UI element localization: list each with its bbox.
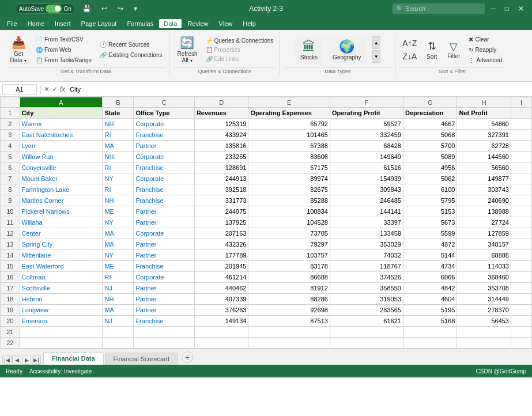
cell-21-3[interactable] — [194, 327, 248, 338]
menu-data[interactable]: Data — [159, 19, 182, 28]
cell-10-0[interactable]: Pickerel Narrows — [20, 206, 103, 217]
cell-22-4[interactable] — [248, 338, 330, 349]
cell-11-8[interactable] — [511, 217, 531, 228]
cell-19-0[interactable]: Longview — [20, 305, 103, 316]
cell-7-1[interactable]: NY — [103, 173, 134, 184]
col-header-d[interactable]: D — [194, 97, 248, 108]
minimize-button[interactable]: ─ — [487, 5, 499, 13]
col-header-a[interactable]: A — [20, 97, 103, 108]
cell-13-0[interactable]: Spring City — [20, 239, 103, 250]
col-header-i[interactable]: I — [511, 97, 531, 108]
cell-17-1[interactable]: NJ — [103, 283, 134, 294]
cell-3-1[interactable]: RI — [103, 130, 134, 141]
cell-6-2[interactable]: Franchise — [134, 162, 195, 173]
cell-9-2[interactable]: Franchise — [134, 195, 195, 206]
cell-9-3[interactable]: 331773 — [194, 195, 248, 206]
cell-3-6[interactable]: 5068 — [403, 130, 457, 141]
cell-21-7[interactable] — [457, 327, 511, 338]
row-header-4[interactable]: 4 — [1, 141, 20, 152]
cell-10-3[interactable]: 244975 — [194, 206, 248, 217]
cell-1-7[interactable]: Net Profit — [457, 108, 511, 119]
cell-9-0[interactable]: Martins Corner — [20, 195, 103, 206]
cell-6-0[interactable]: Conyersville — [20, 162, 103, 173]
cell-6-3[interactable]: 128691 — [194, 162, 248, 173]
cell-6-5[interactable]: 61516 — [330, 162, 403, 173]
cell-15-5[interactable]: 118767 — [330, 261, 403, 272]
cell-9-8[interactable] — [511, 195, 531, 206]
clear-button[interactable]: ✖ Clear — [465, 35, 505, 44]
cell-11-5[interactable]: 33397 — [330, 217, 403, 228]
cell-9-4[interactable]: 85288 — [248, 195, 330, 206]
cell-13-1[interactable]: MA — [103, 239, 134, 250]
cell-4-2[interactable]: Partner — [134, 141, 195, 152]
cell-19-5[interactable]: 283565 — [330, 305, 403, 316]
dt-scroll-down[interactable]: ▼ — [372, 50, 380, 63]
cell-15-1[interactable]: ME — [103, 261, 134, 272]
cell-13-5[interactable]: 353029 — [330, 239, 403, 250]
cell-11-7[interactable]: 27724 — [457, 217, 511, 228]
cell-1-6[interactable]: Depreciation — [403, 108, 457, 119]
row-header-15[interactable]: 15 — [1, 261, 20, 272]
cell-11-4[interactable]: 104528 — [248, 217, 330, 228]
cell-8-1[interactable]: RI — [103, 184, 134, 195]
cell-1-5[interactable]: Operating Profit — [330, 108, 403, 119]
row-header-3[interactable]: 3 — [1, 130, 20, 141]
cell-13-7[interactable]: 348157 — [457, 239, 511, 250]
tab-prev-button[interactable]: ◀ — [12, 356, 21, 365]
cell-8-7[interactable]: 303743 — [457, 184, 511, 195]
cell-8-2[interactable]: Franchise — [134, 184, 195, 195]
row-header-1[interactable]: 1 — [1, 108, 20, 119]
cell-4-5[interactable]: 68428 — [330, 141, 403, 152]
cell-16-6[interactable]: 6066 — [403, 272, 457, 283]
row-header-8[interactable]: 8 — [1, 184, 20, 195]
cell-4-1[interactable]: MA — [103, 141, 134, 152]
cell-13-6[interactable]: 4872 — [403, 239, 457, 250]
cell-17-8[interactable] — [511, 283, 531, 294]
col-header-b[interactable]: B — [103, 97, 134, 108]
cell-7-8[interactable] — [511, 173, 531, 184]
cell-19-1[interactable]: MA — [103, 305, 134, 316]
cell-21-1[interactable] — [103, 327, 134, 338]
cell-17-3[interactable]: 440462 — [194, 283, 248, 294]
cell-22-5[interactable] — [330, 338, 403, 349]
cell-9-1[interactable]: NH — [103, 195, 134, 206]
undo-button[interactable]: ↩ — [98, 5, 111, 13]
search-input[interactable] — [393, 3, 485, 14]
cell-17-7[interactable]: 353708 — [457, 283, 511, 294]
row-header-7[interactable]: 7 — [1, 173, 20, 184]
geography-button[interactable]: 🌍 Geography — [327, 37, 366, 63]
cell-2-4[interactable]: 65792 — [248, 119, 330, 130]
cell-5-2[interactable]: Corporate — [134, 152, 195, 162]
tab-last-button[interactable]: ▶| — [32, 356, 41, 365]
cell-6-4[interactable]: 67175 — [248, 162, 330, 173]
cell-18-0[interactable]: Hebron — [20, 294, 103, 305]
reapply-button[interactable]: ↻ Reapply — [465, 45, 505, 55]
cell-17-0[interactable]: Scottsville — [20, 283, 103, 294]
col-header-h[interactable]: H — [457, 97, 511, 108]
cell-5-7[interactable]: 144560 — [457, 152, 511, 162]
cell-15-4[interactable]: 83178 — [248, 261, 330, 272]
cell-8-5[interactable]: 309843 — [330, 184, 403, 195]
cell-5-6[interactable]: 5089 — [403, 152, 457, 162]
cell-2-1[interactable]: NH — [103, 119, 134, 130]
cell-13-2[interactable]: Partner — [134, 239, 195, 250]
cell-2-3[interactable]: 125319 — [194, 119, 248, 130]
cell-15-6[interactable]: 4734 — [403, 261, 457, 272]
cell-15-8[interactable] — [511, 261, 531, 272]
col-header-c[interactable]: C — [134, 97, 195, 108]
cell-14-1[interactable]: NY — [103, 250, 134, 261]
cell-22-8[interactable] — [511, 338, 531, 349]
col-header-e[interactable]: E — [248, 97, 330, 108]
cell-4-6[interactable]: 5700 — [403, 141, 457, 152]
cell-3-3[interactable]: 433924 — [194, 130, 248, 141]
cell-4-7[interactable]: 62728 — [457, 141, 511, 152]
cell-18-5[interactable]: 319053 — [330, 294, 403, 305]
close-button[interactable]: ✕ — [515, 5, 527, 13]
cell-5-8[interactable] — [511, 152, 531, 162]
cell-16-1[interactable]: RI — [103, 272, 134, 283]
menu-home[interactable]: Home — [23, 19, 49, 28]
row-header-5[interactable]: 5 — [1, 152, 20, 162]
cell-20-3[interactable]: 149134 — [194, 316, 248, 327]
cell-21-0[interactable] — [20, 327, 103, 338]
cell-14-7[interactable]: 68888 — [457, 250, 511, 261]
